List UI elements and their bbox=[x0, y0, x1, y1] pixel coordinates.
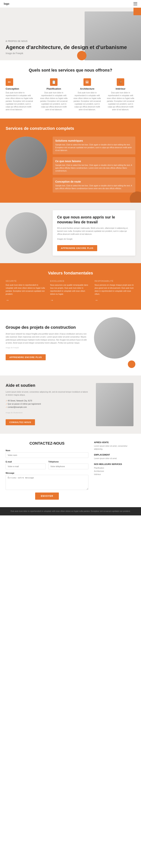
contact-emplacement: EMPLACEMENT Lorem ipsum dolor sit amet. bbox=[94, 454, 135, 460]
construction-item-3-title: Conception de route bbox=[55, 180, 133, 183]
valeurs-section: Valeurs fondamentales SÉCURITÉ Duis aute… bbox=[0, 263, 141, 310]
hero-section: À PROPOS DE NOUS Agence d'architecture, … bbox=[0, 8, 141, 60]
menu-icon[interactable] bbox=[134, 2, 137, 6]
projets-content: Groupe des projets de construction Amet … bbox=[6, 325, 88, 360]
contact-message-label: Message bbox=[6, 472, 88, 474]
valeur-excellence-tag: EXCELLENCE bbox=[50, 280, 91, 282]
valeur-excellence-desc: Nous assurons une qualité remarquable da… bbox=[50, 284, 91, 296]
construction-image bbox=[6, 136, 47, 178]
planification-icon: 📋 bbox=[50, 78, 58, 86]
valeur-responsabilite-tag: RESPONSABILITÉ bbox=[94, 280, 135, 282]
services-title: Quels sont les services que nous offrons… bbox=[6, 68, 135, 73]
contact-form-col: CONTACTEZ-NOUS Nom E-mail Téléphone Mess… bbox=[6, 441, 88, 500]
valeur-item-responsabilite: RESPONSABILITÉ Nous prenons en charge ch… bbox=[94, 280, 135, 302]
valeur-responsabilite-arrow[interactable]: → bbox=[94, 298, 98, 302]
aide-image bbox=[96, 383, 134, 426]
aide-list-item-3: contact@example.com bbox=[6, 406, 88, 409]
hero-tag: À PROPOS DE NOUS bbox=[6, 40, 135, 42]
projets-credit: Image de Freepik bbox=[6, 346, 88, 349]
aide-list-item-1: 49 Street, Network City, 9170 bbox=[6, 399, 88, 402]
construction-item-3: Conception de route Sample text. Click t… bbox=[53, 178, 135, 192]
aide-list-item-2: Que se passe-t-il même par logiciement bbox=[6, 402, 88, 406]
contact-phone-label: Téléphone bbox=[48, 461, 88, 463]
travail-desc: Elit at amet facilisis semper malesuada.… bbox=[57, 227, 131, 236]
construction-item-1-desc: Sample text. Click to select the text bo… bbox=[55, 143, 133, 152]
projets-desc: Amet fusce network fus neque fringilla u… bbox=[6, 333, 88, 344]
contact-message-group: Message bbox=[6, 472, 88, 490]
aide-btn[interactable]: CONSULTEZ-NOUS bbox=[6, 419, 35, 425]
conception-label: Conception bbox=[6, 87, 35, 90]
contact-message-input[interactable] bbox=[6, 475, 88, 490]
conception-icon: ✏ bbox=[6, 78, 13, 86]
valeur-item-excellence: EXCELLENCE Nous assurons une qualité rem… bbox=[50, 280, 91, 302]
projets-image bbox=[94, 317, 135, 359]
interieur-desc: Duis aute irure dolor in reprehenderit i… bbox=[106, 91, 136, 111]
construction-item-2: Ce que nous faisons Sample text. Click t… bbox=[53, 157, 135, 175]
projets-orange-circle bbox=[128, 361, 135, 368]
valeur-securite-arrow[interactable]: → bbox=[6, 298, 9, 302]
construction-item-2-desc: Sample text. Click to select the text bo… bbox=[55, 164, 133, 172]
valeur-excellence-arrow[interactable]: → bbox=[50, 298, 54, 302]
services-title-info: NOS MEILLEURS SERVICES bbox=[94, 463, 135, 465]
service-item-planification: 📋 Planification Duis aute irure dolor in… bbox=[39, 78, 69, 111]
service-list-item-2: Architecture bbox=[94, 470, 135, 473]
projets-section: Groupe des projets de construction Amet … bbox=[0, 310, 141, 375]
construction-item-3-desc: Sample text. Click to select the text bo… bbox=[55, 184, 133, 190]
services-grid: ✏ Conception Duis aute irure dolor in re… bbox=[6, 78, 135, 111]
contact-name-group: Nom bbox=[6, 449, 88, 458]
contact-submit-btn[interactable]: ENVOYER bbox=[35, 493, 59, 500]
contact-services: NOS MEILLEURS SERVICES Planification Arc… bbox=[94, 463, 135, 476]
projets-image-col bbox=[94, 317, 135, 368]
services-section: Quels sont les services que nous offrons… bbox=[0, 60, 141, 119]
service-list-item-3: Intérieur bbox=[94, 473, 135, 476]
construction-item-1: Solutions numériques Sample text. Click … bbox=[53, 136, 135, 154]
planification-desc: Duis aute irure dolor in reprehenderit i… bbox=[39, 91, 69, 111]
travail-image bbox=[6, 212, 47, 254]
construction-image-col bbox=[6, 136, 47, 195]
construction-content: Solutions numériques Sample text. Click … bbox=[53, 136, 135, 195]
service-item-conception: ✏ Conception Duis aute irure dolor in re… bbox=[6, 78, 35, 111]
contact-apres-vente: APRÈS-VENTE Lorem ipsum dolor sit amet, … bbox=[94, 441, 135, 451]
contact-name-label: Nom bbox=[6, 449, 88, 452]
valeur-responsabilite-desc: Nous prenons en charge chaque projet ave… bbox=[94, 284, 135, 296]
architecture-desc: Duis aute irure dolor in reprehenderit i… bbox=[73, 91, 102, 111]
architecture-label: Architecture bbox=[73, 87, 102, 90]
hero-title: Agence d'architecture, de design et d'ur… bbox=[6, 44, 135, 51]
interieur-icon: 🪑 bbox=[117, 78, 124, 86]
valeur-item-securite: SÉCURITÉ Duis aute irure dolor in repreh… bbox=[6, 280, 47, 302]
travail-btn[interactable]: APPRENDRE ENCORE PLUS bbox=[57, 245, 97, 251]
planification-label: Planification bbox=[39, 87, 69, 90]
aide-image-col bbox=[94, 383, 135, 426]
projets-btn[interactable]: APPRENDRE ENCORE PLUS bbox=[6, 354, 46, 360]
construction-item-2-title: Ce que nous faisons bbox=[55, 160, 133, 163]
travail-credit: Images de Google bbox=[57, 238, 131, 241]
travail-image-col bbox=[6, 212, 47, 254]
aide-desc: Lorem ipsum dolor sit amet, consectetur … bbox=[6, 391, 88, 397]
contact-form-title: CONTACTEZ-NOUS bbox=[6, 441, 88, 445]
services-list: Planification Architecture Intérieur bbox=[94, 466, 135, 476]
emplacement-title: EMPLACEMENT bbox=[94, 454, 135, 456]
valeur-securite-desc: Duis aute irure dolor in reprehenderit i… bbox=[6, 284, 47, 296]
architecture-icon: 🏛 bbox=[83, 78, 91, 86]
contact-email-label: E-mail bbox=[6, 461, 46, 463]
construction-section: Services de construction complets Soluti… bbox=[0, 119, 141, 203]
aide-section: Aide et soutien Lorem ipsum dolor sit am… bbox=[0, 375, 141, 434]
contact-phone-input[interactable] bbox=[48, 464, 88, 469]
service-list-item-1: Planification bbox=[94, 466, 135, 470]
contact-phone-group: Téléphone bbox=[48, 461, 88, 469]
projets-title: Groupe des projets de construction bbox=[6, 325, 88, 330]
construction-layout: Solutions numériques Sample text. Click … bbox=[6, 136, 135, 195]
hero-orange-rect bbox=[134, 8, 141, 15]
contact-email-phone-row: E-mail Téléphone bbox=[6, 461, 88, 469]
service-item-interieur: 🪑 Intérieur Duis aute irure dolor in rep… bbox=[106, 78, 136, 111]
interieur-label: Intérieur bbox=[106, 87, 136, 90]
service-item-architecture: 🏛 Architecture Duis aute irure dolor in … bbox=[73, 78, 102, 111]
hero-content: À PROPOS DE NOUS Agence d'architecture, … bbox=[6, 40, 135, 60]
aide-credit: Image de Shutterstock bbox=[6, 411, 88, 414]
contact-name-row: Nom bbox=[6, 449, 88, 458]
contact-email-group: E-mail bbox=[6, 461, 46, 469]
apres-vente-title: APRÈS-VENTE bbox=[94, 441, 135, 443]
emplacement-desc: Lorem ipsum dolor sit amet. bbox=[94, 457, 135, 460]
contact-name-input[interactable] bbox=[6, 452, 88, 458]
contact-email-input[interactable] bbox=[6, 464, 46, 469]
